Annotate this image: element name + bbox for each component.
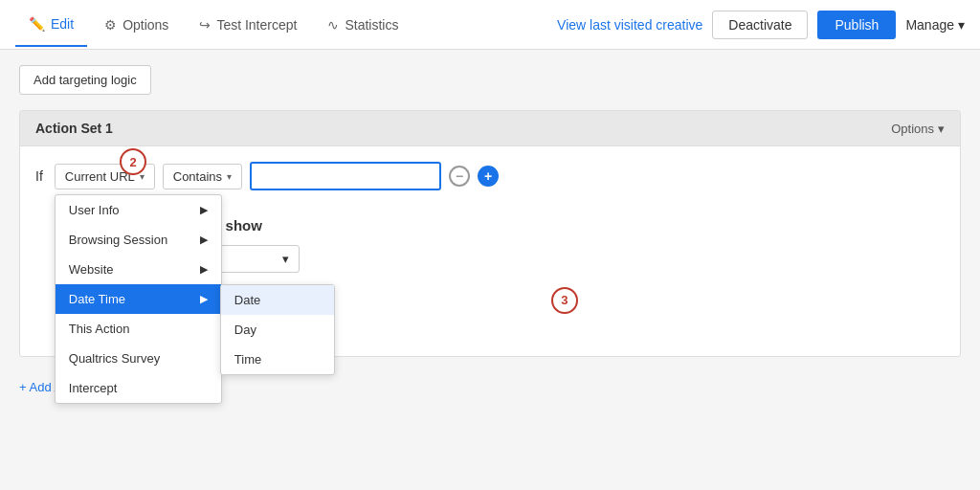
submenu-item-time[interactable]: Time	[221, 345, 334, 374]
if-label: If	[35, 168, 43, 184]
nav-test-intercept-label: Test Intercept	[216, 17, 297, 33]
creative-dropdown-chevron-icon: ▾	[282, 252, 289, 266]
contains-label: Contains	[173, 169, 222, 184]
nav-options[interactable]: ⚙ Options	[91, 4, 182, 46]
step-2-badge: 2	[120, 148, 146, 175]
browsing-session-arrow-icon: ▶	[200, 234, 208, 246]
main-content: Add targeting logic Action Set 1 Options…	[0, 50, 980, 490]
options-chevron-icon: ▾	[938, 122, 945, 136]
action-set-body: 2 If Current URL ▾ User Info ▶	[20, 146, 960, 356]
view-last-visited-link[interactable]: View last visited creative	[557, 17, 702, 33]
condition-row: 2 If Current URL ▾ User Info ▶	[35, 162, 945, 190]
menu-item-browsing-session[interactable]: Browsing Session ▶	[56, 225, 221, 255]
menu-item-date-time[interactable]: Date Time ▶ 3 Date	[56, 284, 221, 314]
action-set-options-button[interactable]: Options ▾	[891, 122, 945, 136]
nav-edit-label: Edit	[51, 16, 74, 32]
publish-button[interactable]: Publish	[817, 11, 896, 39]
submenu-item-day[interactable]: Day	[221, 315, 334, 345]
nav-test-intercept[interactable]: ↪ Test Intercept	[186, 4, 310, 46]
menu-item-qualtrics-survey[interactable]: Qualtrics Survey	[56, 344, 221, 373]
add-targeting-button[interactable]: Add targeting logic	[19, 65, 151, 95]
action-set-header: Action Set 1 Options ▾	[20, 111, 960, 146]
deactivate-button[interactable]: Deactivate	[712, 11, 808, 39]
step-3-badge: 3	[551, 287, 578, 314]
action-set-1: Action Set 1 Options ▾ 2 If Current URL …	[19, 110, 961, 357]
stats-icon: ∿	[327, 17, 339, 33]
edit-icon: ✏️	[29, 16, 45, 32]
manage-chevron-icon: ▾	[958, 17, 965, 33]
gear-icon: ⚙	[104, 17, 117, 33]
date-time-submenu: 3 Date Day Time	[220, 284, 335, 375]
menu-item-intercept[interactable]: Intercept	[56, 373, 221, 403]
nav-left: ✏️ Edit ⚙ Options ↪ Test Intercept ∿ Sta…	[15, 3, 412, 47]
condition-value-input[interactable]	[250, 162, 441, 190]
manage-label: Manage	[905, 17, 954, 33]
test-icon: ↪	[199, 17, 211, 33]
manage-button[interactable]: Manage ▾	[905, 17, 965, 33]
date-time-arrow-icon: ▶	[200, 293, 208, 305]
nav-edit[interactable]: ✏️ Edit	[15, 3, 87, 47]
menu-item-this-action[interactable]: This Action	[56, 314, 221, 344]
action-set-options-label: Options	[891, 122, 934, 136]
submenu-item-date[interactable]: Date	[221, 285, 334, 315]
contains-chevron-icon: ▾	[227, 171, 232, 182]
url-category-menu: User Info ▶ Browsing Session ▶ Website ▶	[55, 194, 222, 404]
nav-right: View last visited creative Deactivate Pu…	[557, 11, 965, 39]
menu-item-website[interactable]: Website ▶	[56, 255, 221, 284]
contains-dropdown[interactable]: Contains ▾	[163, 164, 242, 189]
user-info-arrow-icon: ▶	[200, 204, 208, 216]
remove-condition-button[interactable]: −	[449, 166, 470, 187]
menu-item-user-info[interactable]: User Info ▶	[56, 195, 221, 225]
nav-options-label: Options	[122, 17, 168, 33]
top-nav: ✏️ Edit ⚙ Options ↪ Test Intercept ∿ Sta…	[0, 0, 980, 50]
date-submenu-item-container: 3 Date	[221, 285, 334, 315]
nav-statistics-label: Statistics	[345, 17, 398, 33]
action-set-title: Action Set 1	[35, 121, 113, 136]
add-condition-button[interactable]: +	[478, 166, 499, 187]
website-arrow-icon: ▶	[200, 263, 208, 276]
nav-statistics[interactable]: ∿ Statistics	[314, 4, 412, 46]
